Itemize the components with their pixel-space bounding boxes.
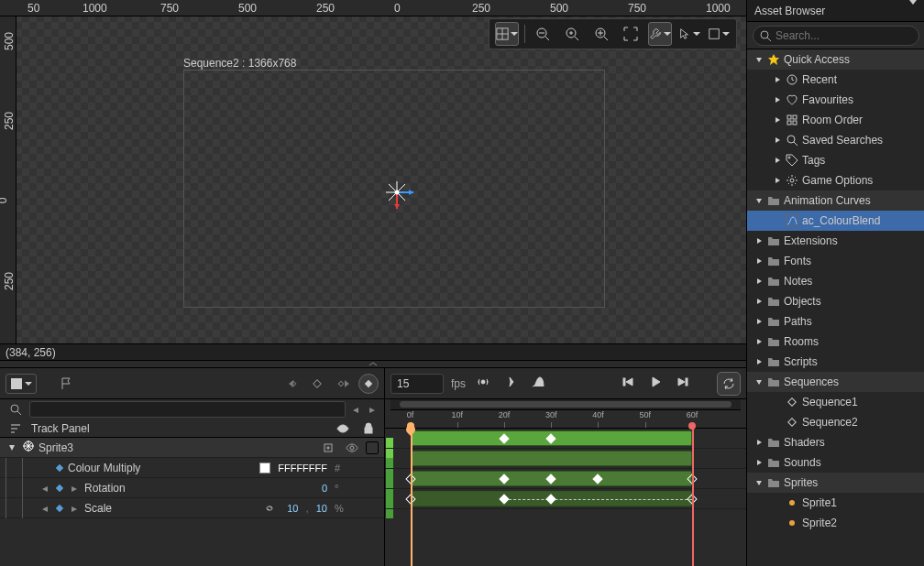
tree-group-quick-access[interactable]: Quick Access [747, 49, 924, 70]
value-decrease[interactable]: ◂ [38, 502, 51, 515]
value-decrease[interactable]: ◂ [38, 482, 51, 495]
key-diamond-icon[interactable] [55, 463, 64, 473]
flag-button[interactable] [57, 374, 77, 394]
tree-folder[interactable]: Fonts [747, 251, 924, 271]
loop-button[interactable] [717, 372, 741, 396]
svg-marker-91 [757, 319, 762, 324]
link-xy-icon[interactable] [259, 498, 280, 518]
svg-marker-89 [757, 278, 762, 284]
key-diamond-icon[interactable] [55, 504, 64, 513]
tree-folder[interactable]: Extensions [747, 231, 924, 251]
zoom-reset-button[interactable] [560, 22, 584, 46]
value-increase[interactable]: ▸ [68, 482, 81, 495]
tree-item[interactable]: ac_ColourBlend [747, 211, 924, 231]
next-key-button[interactable] [333, 374, 353, 394]
tree-folder[interactable]: Sequences [747, 372, 924, 392]
search-prev-button[interactable]: ◂ [349, 403, 362, 416]
tree-item[interactable]: Recent [747, 70, 924, 90]
tree-folder[interactable]: Shaders [747, 432, 924, 452]
tree-item[interactable]: Saved Searches [747, 130, 924, 150]
tree-item[interactable]: Sprite2 [747, 513, 924, 533]
svg-point-37 [341, 427, 345, 430]
svg-rect-51 [56, 505, 63, 512]
playhead-line[interactable] [411, 429, 412, 566]
ruler-horizontal: 50100075050025002505007501000 [0, 0, 746, 16]
track-property-row[interactable]: Colour Multiply FFFFFFFF # [0, 458, 384, 478]
track-sort-button[interactable] [6, 419, 26, 439]
panel-resize-handle[interactable] [0, 360, 746, 368]
track-value-x[interactable]: 10 [283, 503, 302, 514]
tools-dropdown[interactable] [648, 22, 672, 46]
tree-folder[interactable]: Paths [747, 311, 924, 332]
track-value[interactable]: 0 [318, 483, 331, 494]
svg-line-60 [767, 38, 771, 41]
goto-end-button[interactable] [673, 372, 693, 395]
timeline-lanes[interactable] [385, 429, 746, 566]
track-unit: % [335, 503, 347, 514]
svg-marker-99 [756, 481, 762, 485]
tree-folder[interactable]: Sprites [747, 473, 924, 493]
tree-folder[interactable]: Scripts [747, 352, 924, 372]
track-value-y[interactable]: 10 [313, 503, 331, 514]
key-diamond-icon[interactable] [55, 484, 64, 493]
grid-toggle-button[interactable] [495, 22, 519, 46]
asset-tree[interactable]: Quick AccessRecentFavouritesRoom OrderSa… [747, 49, 924, 566]
track-property-row[interactable]: ◂ ▸ Rotation 0 ° [0, 478, 384, 498]
prev-key-button[interactable] [281, 374, 302, 394]
goto-start-button[interactable] [618, 372, 638, 395]
search-next-button[interactable]: ▸ [366, 403, 379, 416]
toggle-lock-all[interactable] [358, 419, 379, 439]
tree-folder[interactable]: Rooms [747, 332, 924, 352]
timeline-ruler[interactable]: 0f10f20f30f40f50f60f [385, 410, 746, 429]
tree-item[interactable]: Sequence1 [747, 392, 924, 412]
track-asset-row[interactable]: Sprite3 [0, 438, 384, 458]
tree-item[interactable]: Favourites [747, 90, 924, 110]
cursor-dropdown[interactable] [677, 22, 701, 46]
caret-icon[interactable] [6, 443, 18, 452]
track-layout-dropdown[interactable] [6, 374, 37, 394]
auto-key-button[interactable] [358, 374, 379, 394]
tree-folder[interactable]: Sounds [747, 452, 924, 473]
track-color-swatch[interactable] [366, 441, 379, 454]
track-unit: # [335, 463, 347, 473]
fps-input[interactable]: 15 [390, 374, 444, 394]
end-marker[interactable] [692, 429, 694, 566]
tree-item[interactable]: Sequence2 [747, 412, 924, 432]
zoom-in-button[interactable] [589, 22, 613, 46]
sequence-canvas[interactable]: 50100075050025002505007501000 5002500250… [0, 0, 746, 360]
add-track-button[interactable] [318, 438, 338, 458]
tree-folder[interactable]: Animation Curves [747, 190, 924, 211]
tree-item[interactable]: Tags [747, 150, 924, 170]
canvas-display-dropdown[interactable] [707, 22, 731, 46]
curve-editor-button[interactable] [528, 372, 548, 395]
record-key-button[interactable] [307, 374, 327, 394]
tree-item[interactable]: Sprite1 [747, 493, 924, 513]
svg-marker-92 [757, 339, 762, 344]
color-swatch[interactable] [259, 463, 270, 473]
timeline-scrollbar[interactable] [390, 399, 741, 410]
play-button[interactable] [645, 372, 666, 395]
tree-item[interactable]: Room Order [747, 110, 924, 130]
moment-button[interactable] [500, 372, 521, 395]
transform-gizmo[interactable] [383, 179, 411, 206]
track-hex-value[interactable]: FFFFFFFF [274, 463, 331, 473]
zoom-out-button[interactable] [531, 22, 555, 46]
asset-search-input[interactable] [776, 29, 913, 42]
tree-folder[interactable]: Objects [747, 291, 924, 311]
svg-rect-74 [787, 115, 791, 119]
value-increase[interactable]: ▸ [68, 502, 81, 515]
tree-folder[interactable]: Notes [747, 271, 924, 291]
asset-browser-title-bar[interactable]: Asset Browser [747, 0, 924, 22]
svg-point-59 [761, 31, 768, 38]
visibility-toggle[interactable] [342, 438, 362, 458]
broadcast-button[interactable] [473, 372, 493, 395]
fit-view-button[interactable] [619, 22, 643, 46]
svg-point-100 [789, 500, 795, 506]
track-property-row[interactable]: ◂ ▸ Scale 10 , 10 % [0, 498, 384, 518]
track-search-input[interactable] [29, 401, 346, 418]
svg-rect-75 [793, 115, 797, 119]
svg-marker-81 [776, 158, 780, 163]
toggle-visibility-all[interactable] [333, 419, 353, 439]
tree-item[interactable]: Game Options [747, 170, 924, 190]
svg-rect-54 [623, 378, 625, 386]
